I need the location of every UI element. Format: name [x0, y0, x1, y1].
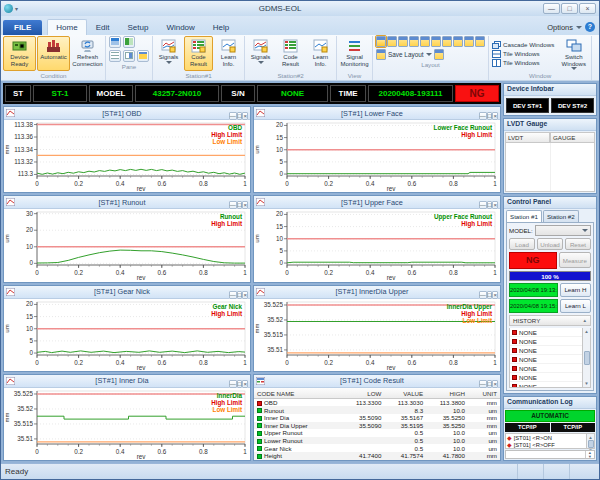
- learn-l-button[interactable]: Learn L: [560, 299, 591, 313]
- station1-signals-button[interactable]: Signals: [154, 36, 183, 71]
- history-item[interactable]: NONE: [510, 355, 582, 364]
- dev-st1-button[interactable]: DEV ST#1: [506, 98, 549, 113]
- history-item[interactable]: NONE: [510, 364, 582, 373]
- layout-slot-button[interactable]: [464, 36, 474, 47]
- history-item[interactable]: NONE: [510, 382, 582, 387]
- layout-slot-button[interactable]: [409, 36, 419, 47]
- minimize-button[interactable]: —: [543, 3, 560, 14]
- switch-windows-button[interactable]: Switch Windows: [557, 36, 590, 71]
- maximize-button[interactable]: □: [561, 3, 578, 14]
- panel-close-button[interactable]: ×: [242, 201, 248, 209]
- tab-home[interactable]: Home: [47, 19, 86, 35]
- tab-window[interactable]: Window: [157, 19, 203, 35]
- signal-monitoring-button[interactable]: Signal Monitoring: [338, 36, 371, 71]
- panel-minimize-button[interactable]: —: [229, 201, 237, 209]
- cascade-windows-button[interactable]: Cascade Windows: [492, 41, 554, 49]
- panel-close-button[interactable]: ×: [242, 380, 248, 388]
- history-scrollbar[interactable]: ▲ ▼: [582, 328, 590, 387]
- tab-station1[interactable]: Station #1: [506, 210, 542, 222]
- tile-windows-2-button[interactable]: Tile Windows: [492, 59, 554, 67]
- station2-code-result-button[interactable]: Code Result: [276, 36, 305, 71]
- tcpip-header-2[interactable]: TCP/IP: [551, 423, 596, 432]
- save-layout-left-icon[interactable]: [376, 49, 386, 60]
- panel-minimize-button[interactable]: —: [229, 380, 237, 388]
- pane-toggle-2-button[interactable]: [123, 36, 135, 48]
- panel-minimize-button[interactable]: —: [479, 291, 487, 299]
- column-header[interactable]: VALUE: [384, 388, 426, 399]
- panel-minimize-button[interactable]: —: [479, 201, 487, 209]
- layout-slot-button[interactable]: [398, 36, 408, 47]
- panel-close-button[interactable]: ×: [492, 201, 498, 209]
- tab-station2[interactable]: Station #2: [543, 210, 579, 222]
- spinner-control[interactable]: ▲▼: [585, 451, 594, 458]
- panel-close-button[interactable]: ×: [492, 112, 498, 120]
- tab-edit[interactable]: Edit: [87, 19, 119, 35]
- dev-st2-button[interactable]: DEV ST#2: [551, 98, 594, 113]
- lvdt-column-header[interactable]: LVDT: [505, 132, 550, 143]
- tile-windows-1-button[interactable]: Tile Windows: [492, 50, 554, 58]
- comm-log-scrollbar[interactable]: ▲ ▼: [586, 434, 594, 448]
- layout-slot-button[interactable]: [387, 36, 397, 47]
- table-row[interactable]: OBD113.3300113.3030113.3800mm: [254, 399, 500, 407]
- tcpip-header-1[interactable]: TCP/IP: [505, 423, 550, 432]
- panel-close-button[interactable]: ×: [242, 291, 248, 299]
- column-header[interactable]: HIGH: [426, 388, 468, 399]
- history-item[interactable]: NONE: [510, 346, 582, 355]
- close-button[interactable]: ×: [579, 3, 596, 14]
- file-tab[interactable]: FILE: [3, 20, 42, 35]
- model-select[interactable]: [535, 225, 591, 236]
- panel-minimize-button[interactable]: —: [479, 380, 487, 388]
- layout-slot-button[interactable]: [431, 36, 441, 47]
- panel-close-button[interactable]: ×: [492, 380, 498, 388]
- table-row[interactable]: Lower Runout0.510.0um: [254, 437, 500, 445]
- scroll-thumb[interactable]: [584, 351, 590, 365]
- station2-signals-button[interactable]: Signals: [246, 36, 275, 71]
- comm-log-input[interactable]: ▲▼: [505, 450, 595, 459]
- table-row[interactable]: Inner Dia Upper35.509035.519535.5250mm: [254, 422, 500, 430]
- scroll-up-icon[interactable]: ▲: [584, 329, 588, 334]
- table-row[interactable]: Runout8.310.0um: [254, 406, 500, 414]
- pane-toggle-5-button[interactable]: [137, 50, 149, 62]
- scroll-down-icon[interactable]: ▼: [584, 381, 588, 386]
- history-header[interactable]: HISTORY: [513, 317, 540, 324]
- help-icon[interactable]: ?: [585, 22, 595, 32]
- save-layout-label[interactable]: Save Layout: [388, 51, 424, 58]
- table-row[interactable]: Upper Runout0.510.0um: [254, 429, 500, 437]
- panel-minimize-button[interactable]: —: [479, 112, 487, 120]
- station2-learn-info-button[interactable]: Learn Info.: [306, 36, 335, 71]
- layout-slot-button[interactable]: [453, 36, 463, 47]
- load-button[interactable]: Load: [509, 238, 535, 250]
- layout-slot-button[interactable]: [442, 36, 452, 47]
- table-row[interactable]: Inner Dia35.509035.516735.5250mm: [254, 414, 500, 422]
- pane-toggle-3-button[interactable]: [109, 50, 121, 62]
- column-header[interactable]: CODE NAME: [254, 388, 343, 399]
- history-item[interactable]: NONE: [510, 328, 582, 337]
- layout-slot-button[interactable]: [376, 36, 386, 47]
- history-scroll-up-icon[interactable]: ▲: [583, 318, 587, 323]
- table-row[interactable]: Height41.740041.757441.7800mm: [254, 452, 500, 460]
- log-entry[interactable]: ◆[ST01] <R>OFF: [506, 442, 586, 448]
- learn-h-button[interactable]: Learn H: [560, 283, 591, 297]
- history-item[interactable]: NONE: [510, 373, 582, 382]
- tab-setup[interactable]: Setup: [118, 19, 157, 35]
- gauge-column-header[interactable]: GAUGE: [550, 132, 595, 143]
- pane-toggle-4-button[interactable]: [123, 50, 135, 62]
- reset-button[interactable]: Reset: [565, 238, 591, 250]
- refresh-connection-button[interactable]: Refresh Connection: [71, 36, 104, 71]
- layout-slot-button[interactable]: [420, 36, 430, 47]
- history-item[interactable]: NONE: [510, 337, 582, 346]
- measure-button[interactable]: Measure: [559, 252, 591, 268]
- log-entry[interactable]: ◆[ST01] <R>ON: [506, 434, 586, 442]
- panel-close-button[interactable]: ×: [242, 112, 248, 120]
- automatic-button[interactable]: Automatic: [37, 36, 70, 71]
- save-layout-right-icon[interactable]: [434, 49, 444, 60]
- column-header[interactable]: UNIT: [468, 388, 500, 399]
- tab-help[interactable]: Help: [204, 19, 238, 35]
- column-header[interactable]: LOW: [343, 388, 385, 399]
- options-label[interactable]: Options: [547, 23, 573, 32]
- device-ready-button[interactable]: Device Ready: [3, 36, 36, 71]
- panel-minimize-button[interactable]: —: [229, 112, 237, 120]
- unload-button[interactable]: Unload: [537, 238, 563, 250]
- pane-toggle-1-button[interactable]: [109, 36, 121, 48]
- layout-slot-button[interactable]: [475, 36, 485, 47]
